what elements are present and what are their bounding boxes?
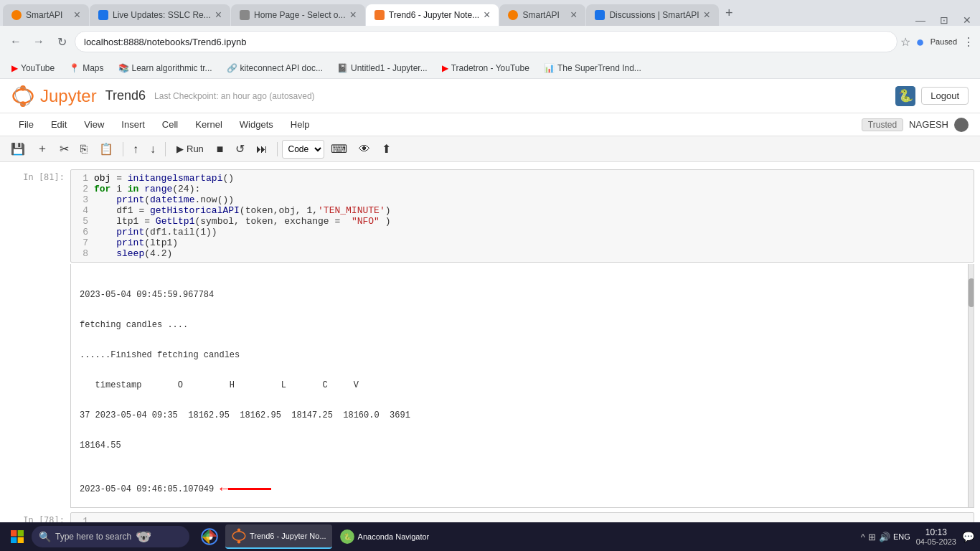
jupyter-brand: Jupyter (40, 86, 97, 106)
taskbar-sys-icons: ^ ⊞ 🔊 ENG (861, 532, 910, 542)
tab-close-smartapi1[interactable]: × (74, 9, 80, 21)
user-circle-icon (954, 118, 969, 132)
taskbar-volume-icon[interactable]: 🔊 (879, 532, 890, 542)
svg-rect-7 (18, 530, 24, 536)
back-button[interactable]: ← (6, 32, 26, 52)
taskbar-network-icon[interactable]: ⊞ (868, 532, 876, 542)
tab-close-home[interactable]: × (349, 9, 356, 21)
insert-cell-button[interactable]: ＋ (32, 139, 53, 159)
python-logo-icon: 🐍 (895, 86, 915, 106)
taskbar-search-placeholder: Type here to search (55, 532, 131, 542)
output-line-3: ......Finished fetching candles (80, 350, 962, 360)
stop-button[interactable]: ■ (212, 139, 229, 159)
menu-help[interactable]: Help (283, 118, 317, 131)
taskbar-apps: Trend6 - Jupyter No... 🐍 Anaconda Naviga… (195, 524, 435, 549)
cut-button[interactable]: ✂ (55, 139, 74, 159)
output-content: 2023-05-04 09:45:59.967784 fetching cand… (71, 264, 974, 508)
menu-cell[interactable]: Cell (155, 118, 185, 131)
tab-live-updates[interactable]: Live Updates: SSLC Re... × (90, 4, 230, 26)
taskbar-notification-icon[interactable]: 💬 (962, 531, 974, 542)
taskbar-right: ^ ⊞ 🔊 ENG 10:13 04-05-2023 💬 (861, 527, 974, 546)
svg-rect-6 (11, 530, 17, 536)
output-line-6: 18164.55 (80, 441, 962, 451)
menu-view[interactable]: View (77, 118, 111, 131)
tab-close-discussions[interactable]: × (704, 9, 710, 21)
tab-close-smartapi2[interactable]: × (570, 9, 577, 21)
menu-kernel[interactable]: Kernel (188, 118, 230, 131)
menu-file[interactable]: File (11, 118, 41, 131)
more-options-icon[interactable]: ⋮ (963, 35, 974, 49)
restart-button[interactable]: ↺ (230, 139, 250, 159)
taskbar-chrome-app[interactable] (195, 524, 224, 549)
reload-button[interactable]: ↻ (52, 32, 72, 52)
tab-smartapi1[interactable]: SmartAPI × (3, 4, 89, 26)
bookmark-icon[interactable]: ☆ (900, 35, 910, 49)
code-line-7: 7 print(ltp1) (77, 237, 968, 248)
code-line-4: 4 df1 = getHistoricalAPI(token,obj, 1,'T… (77, 205, 968, 216)
bookmark-tradetron[interactable]: ▶ Tradetron - YouTube (436, 62, 535, 75)
arrow-right-line (228, 488, 271, 490)
keyboard-shortcut-button[interactable]: ⌨ (326, 139, 352, 159)
svg-rect-8 (11, 537, 17, 543)
move-down-button[interactable]: ↓ (145, 139, 161, 159)
browser-close-button[interactable]: ✕ (957, 14, 977, 26)
taskbar-lang-icon[interactable]: ENG (893, 532, 910, 541)
user-label: NAGESH (909, 119, 948, 130)
trusted-badge: Trusted (862, 118, 903, 131)
forward-button[interactable]: → (29, 32, 49, 52)
code-cell[interactable]: 1 obj = initangelsmartapi() 2 for i in r… (70, 169, 974, 263)
taskbar-mascot-icon: 🐨 (136, 529, 151, 545)
tab-close-trend6[interactable]: × (484, 9, 490, 21)
tab-close-live[interactable]: × (215, 9, 222, 21)
bookmark-maps[interactable]: 📍 Maps (63, 62, 109, 75)
taskbar: 🔍 Type here to search 🐨 Trend6 - Jupyter… (0, 522, 980, 551)
taskbar-anaconda-app[interactable]: 🐍 Anaconda Navigator (334, 524, 435, 549)
bookmark-supertrend[interactable]: 📊 The SuperTrend Ind... (538, 62, 647, 75)
tab-home-page[interactable]: Home Page - Select o... × (231, 4, 365, 26)
notebook-area: In [81]: 1 obj = initangelsmartapi() 2 f… (0, 162, 980, 529)
arrow-right-icon: ← (220, 481, 228, 497)
tab-trend6[interactable]: Trend6 - Jupyter Note... × (366, 4, 499, 26)
menu-insert[interactable]: Insert (114, 118, 152, 131)
bookmark-kiteconnect[interactable]: 🔗 kiteconnect API doc... (221, 62, 329, 75)
eye-button[interactable]: 👁 (354, 139, 375, 159)
logout-button[interactable]: Logout (921, 87, 969, 105)
run-button[interactable]: ▶ Run (170, 139, 210, 159)
tab-smartapi2[interactable]: SmartAPI × (499, 4, 585, 26)
bookmark-learn-algo[interactable]: 📚 Learn algorithmic tr... (113, 62, 218, 75)
svg-point-2 (14, 89, 33, 103)
svg-point-14 (232, 532, 245, 540)
copy-button[interactable]: ⎘ (75, 139, 93, 159)
fast-forward-button[interactable]: ⏭ (251, 139, 273, 159)
taskbar-arrow-icon[interactable]: ^ (861, 532, 865, 542)
code-lines: 1 obj = initangelsmartapi() 2 for i in r… (71, 170, 974, 262)
settings-label: Paused (930, 37, 957, 46)
save-button[interactable]: 💾 (6, 139, 30, 159)
taskbar-search[interactable]: 🔍 Type here to search 🐨 (32, 526, 189, 547)
taskbar-clock: 10:13 04-05-2023 (916, 527, 956, 546)
toggle-toolbar-button[interactable]: ⬆ (377, 139, 396, 159)
code-line-2: 2 for i in range(24): (77, 184, 968, 194)
browser-restore-button[interactable]: ⊡ (934, 14, 954, 26)
new-tab-button[interactable]: + (720, 6, 739, 21)
bookmark-youtube[interactable]: ▶ YouTube (6, 62, 60, 75)
move-up-button[interactable]: ↑ (128, 139, 143, 159)
start-button[interactable] (6, 525, 29, 548)
cell-type-select[interactable]: Code (282, 140, 324, 159)
menu-widgets[interactable]: Widgets (232, 118, 281, 131)
checkpoint-info: Last Checkpoint: an hour ago (autosaved) (154, 91, 315, 101)
output-line-4: timestamp O H L C V (80, 380, 962, 390)
tab-discussions[interactable]: Discussions | SmartAPI × (586, 4, 719, 26)
notebook-title[interactable]: Trend6 (105, 88, 146, 103)
taskbar-jupyter-app[interactable]: Trend6 - Jupyter No... (225, 524, 332, 549)
bookmark-untitled1[interactable]: 📓 Untitled1 - Jupyter... (331, 62, 433, 75)
address-input[interactable] (75, 31, 897, 52)
output-line-1: 2023-05-04 09:45:59.967784 (80, 290, 962, 300)
cell-prompt: In [81]: (6, 169, 70, 263)
paste-button[interactable]: 📋 (94, 139, 118, 159)
profile-icon[interactable]: ● (916, 34, 925, 50)
browser-minimize-button[interactable]: — (910, 14, 931, 26)
menu-edit[interactable]: Edit (44, 118, 74, 131)
output-line-2: fetching candles .... (80, 320, 962, 330)
output-line-7: 2023-05-04 09:46:05.107049 ← (80, 481, 962, 497)
